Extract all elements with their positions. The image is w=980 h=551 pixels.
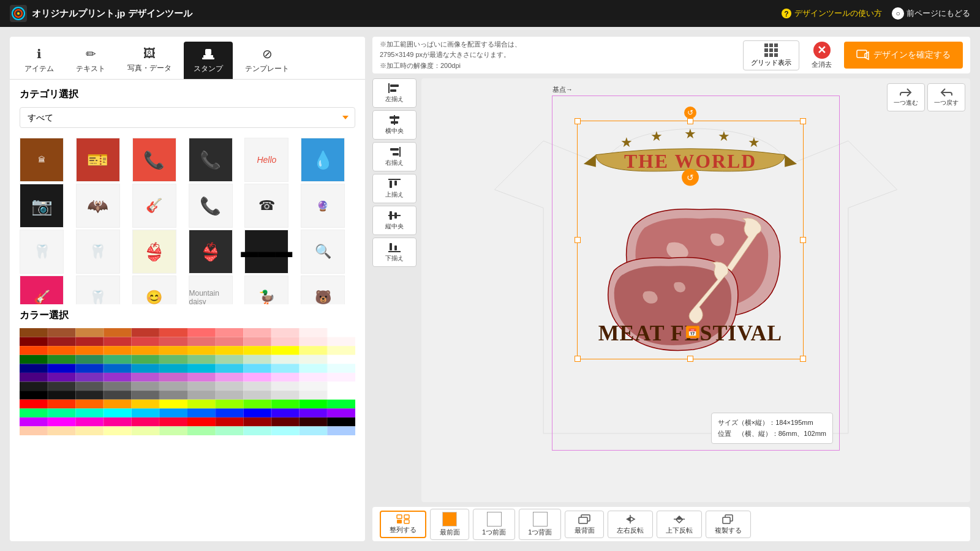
align-center-v-button[interactable]: 縦中央 xyxy=(372,206,417,235)
stamp-item[interactable]: 🦷 xyxy=(76,230,120,274)
handle-top-left[interactable] xyxy=(575,118,581,124)
flip-v-icon xyxy=(673,514,686,525)
stamp-item[interactable]: 🦆 xyxy=(244,276,288,304)
svg-text:★: ★ xyxy=(650,129,663,144)
svg-rect-41 xyxy=(397,515,402,519)
backmost-button[interactable]: 最背面 xyxy=(565,511,604,538)
undo-button[interactable]: 一つ戻す xyxy=(927,83,965,111)
undo-redo-area: 一つ進む 一つ戻す xyxy=(887,83,965,111)
svg-rect-21 xyxy=(390,181,392,188)
grid-icon xyxy=(764,43,778,57)
category-select[interactable]: すべて 動物 食べ物 乗り物 スポーツ xyxy=(20,107,355,128)
text-icon: ✏ xyxy=(86,47,96,61)
svg-text:THE WORLD: THE WORLD xyxy=(624,151,756,172)
color-section: カラー選択 xyxy=(10,304,365,440)
tab-label: スタンプ xyxy=(194,64,223,74)
confirm-design-button[interactable]: デザインを確定する xyxy=(844,42,963,69)
back-link[interactable]: ○ 前ページにもどる xyxy=(892,7,970,20)
bottom-toolbar: 整列する 最前面 1つ前面 1つ背面 xyxy=(372,507,970,541)
top-toolbar: ※加工範囲いっぱいに画像を配置する場合は、 2795×3149 pxが最適な大き… xyxy=(372,37,970,73)
align-center-h-button[interactable]: 横中央 xyxy=(372,110,417,140)
stamp-item[interactable]: 🔮 xyxy=(301,184,345,228)
handle-top-right[interactable] xyxy=(800,118,806,124)
svg-rect-44 xyxy=(404,520,409,523)
stamp-item[interactable]: 📞 xyxy=(189,138,233,182)
tab-item[interactable]: ℹ アイテム xyxy=(15,42,64,79)
flip-h-button[interactable]: 左右反転 xyxy=(608,511,653,538)
redo-icon xyxy=(900,88,912,97)
stamp-item[interactable]: 🎸 xyxy=(132,184,176,228)
stamp-item[interactable]: 🦇 xyxy=(76,184,120,228)
help-link[interactable]: ? デザインツールの使い方 xyxy=(781,8,882,19)
stamp-item[interactable]: 📞 xyxy=(132,138,176,182)
canvas-wrapper: 左揃え 横中央 右揃え xyxy=(372,78,970,502)
stamp-item[interactable]: 📞 xyxy=(189,184,233,228)
handle-mid-left[interactable] xyxy=(575,237,581,243)
stamp-item[interactable]: 👙 xyxy=(132,230,176,274)
align-top-button[interactable]: 上揃え xyxy=(372,174,417,203)
stamp-item[interactable]: ☎ xyxy=(244,184,288,228)
svg-rect-46 xyxy=(579,517,587,523)
category-title: カテゴリ選択 xyxy=(20,88,355,101)
flip-v-button[interactable]: 上下反転 xyxy=(657,511,702,538)
stamp-item[interactable]: 📷 xyxy=(20,184,64,228)
handle-bottom-left[interactable] xyxy=(575,356,581,362)
svg-text:★: ★ xyxy=(620,135,633,150)
help-icon: ? xyxy=(781,8,792,19)
handle-mid-right[interactable] xyxy=(800,237,806,243)
design-boundary: 基点→ ↺ xyxy=(552,96,840,451)
tab-photo[interactable]: 🖼 写真・データ xyxy=(118,42,181,79)
align-center-v-icon xyxy=(388,210,401,221)
header-right: ? デザインツールの使い方 ○ 前ページにもどる xyxy=(781,7,970,20)
align-top-icon xyxy=(388,178,401,189)
stamp-item[interactable]: 🐻 xyxy=(301,276,345,304)
selected-stamp-element[interactable]: ↺ ★ ★ ★ ★ ★ xyxy=(577,121,804,359)
front-one-button[interactable]: 1つ前面 xyxy=(473,509,515,540)
stamp-item[interactable]: 👙 xyxy=(189,230,233,274)
handle-top-mid[interactable] xyxy=(687,118,693,124)
tab-stamp[interactable]: スタンプ xyxy=(184,42,233,79)
handle-bottom-mid[interactable] xyxy=(687,356,693,362)
stamp-item[interactable]: 🦷 xyxy=(20,230,64,274)
svg-text:★: ★ xyxy=(718,129,730,144)
color-title: カラー選択 xyxy=(20,309,355,322)
svg-point-3 xyxy=(17,12,20,15)
item-icon: ℹ xyxy=(37,47,42,61)
stamp-item[interactable]: 🎸 xyxy=(20,276,64,304)
align-left-button[interactable]: 左揃え xyxy=(372,78,417,108)
rotate-handle[interactable]: ↺ xyxy=(684,107,696,119)
tab-text[interactable]: ✏ テキスト xyxy=(66,42,115,79)
stamp-item[interactable]: 🔍 xyxy=(301,230,345,274)
info-line1: ※加工範囲いっぱいに画像を配置する場合は、 xyxy=(380,39,521,50)
tab-template[interactable]: ⊘ テンプレート xyxy=(235,42,299,79)
stamp-item[interactable]: ▬▬▬ xyxy=(244,230,288,274)
tab-label: アイテム xyxy=(24,64,54,74)
duplicate-icon xyxy=(722,514,735,525)
tab-label: テキスト xyxy=(76,64,105,74)
toolbar-tabs: ℹ アイテム ✏ テキスト 🖼 写真・データ スタンプ ⊘ xyxy=(10,37,365,80)
grid-toggle-button[interactable]: グリッド表示 xyxy=(743,40,799,70)
align-center-h-icon xyxy=(388,114,401,126)
frontmost-button[interactable]: 最前面 xyxy=(430,509,469,540)
svg-rect-48 xyxy=(723,517,730,523)
stamp-item[interactable]: 🦷 xyxy=(76,276,120,304)
stamp-item[interactable]: Hello xyxy=(244,138,288,182)
stamp-item[interactable]: Mountain daisy xyxy=(189,276,233,304)
duplicate-button[interactable]: 複製する xyxy=(706,511,751,538)
clear-all-button[interactable]: ✕ 全消去 xyxy=(804,39,839,72)
stamp-item[interactable]: 🎫 xyxy=(76,138,120,182)
svg-rect-16 xyxy=(391,121,398,124)
back-one-button[interactable]: 1つ背面 xyxy=(519,509,561,540)
category-section: カテゴリ選択 すべて 動物 食べ物 乗り物 スポーツ xyxy=(10,80,365,133)
color-palette[interactable] xyxy=(20,328,355,435)
stamp-item[interactable]: 💧 xyxy=(301,138,345,182)
align-right-button[interactable]: 右揃え xyxy=(372,142,417,171)
align-bottom-button[interactable]: 下揃え xyxy=(372,238,417,267)
stamp-item[interactable]: 😊 xyxy=(132,276,176,304)
white-square-front xyxy=(487,512,502,527)
arrange-button[interactable]: 整列する xyxy=(380,511,426,538)
size-text: サイズ（横×縦）：184×195mm xyxy=(718,417,826,429)
stamp-item[interactable]: 🏛 xyxy=(20,138,64,182)
redo-button[interactable]: 一つ進む xyxy=(887,83,925,111)
handle-bottom-right[interactable] xyxy=(800,356,806,362)
